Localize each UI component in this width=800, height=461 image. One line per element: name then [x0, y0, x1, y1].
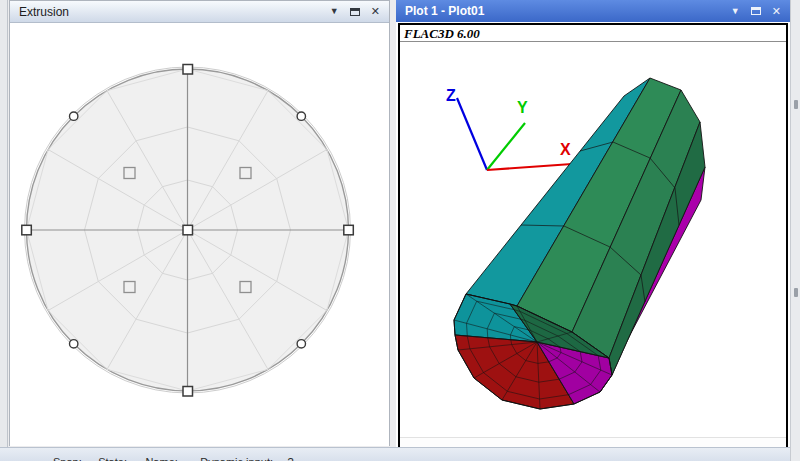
center-control-point: [183, 225, 193, 235]
plot-version-banner: FLAC3D 6.00: [400, 25, 786, 42]
panel-splitter[interactable]: [790, 0, 800, 461]
x-axis-line: [487, 164, 572, 170]
status-state-label: State:: [98, 456, 127, 461]
extrusion-sketch-canvas[interactable]: [10, 23, 389, 446]
close-icon[interactable]: ✕: [772, 7, 781, 16]
plot-panel: Plot 1 - Plot01 ▼ ✕ FLAC3D 6.00 Z Y X: [396, 0, 790, 455]
plot-title: Plot 1 - Plot01: [396, 4, 484, 18]
plot-3d-view[interactable]: Z Y X: [400, 43, 786, 450]
z-axis-line: [457, 98, 487, 170]
status-dynamic-input-label: Dynamic input:: [200, 456, 273, 461]
y-axis-label: Y: [517, 99, 528, 116]
restore-icon[interactable]: [350, 8, 360, 16]
menu-arrow-icon[interactable]: ▼: [731, 7, 740, 16]
extrusion-title: Extrusion: [10, 5, 69, 19]
axes-labels: Z Y X: [446, 87, 571, 158]
y-axis-line: [487, 123, 525, 170]
status-name-label: Name:: [145, 456, 177, 461]
splitter-grip-icon[interactable]: [794, 100, 798, 109]
plot-frame: FLAC3D 6.00 Z Y X: [398, 23, 788, 452]
menu-arrow-icon[interactable]: ▼: [330, 7, 339, 16]
status-help-icon[interactable]: ?: [287, 456, 293, 461]
status-snap-label: Snap:: [53, 456, 82, 461]
cylinder-model: [454, 78, 705, 409]
plot-titlebar[interactable]: Plot 1 - Plot01 ▼ ✕: [396, 0, 790, 22]
extrusion-status-bar: Snap: State: Name: Dynamic input: ?: [0, 447, 790, 461]
close-icon[interactable]: ✕: [371, 7, 380, 16]
z-axis-label: Z: [446, 87, 456, 104]
splitter-grip-icon[interactable]: [794, 288, 798, 297]
extrusion-titlebar[interactable]: Extrusion ▼ ✕: [10, 1, 389, 23]
axes-triad: [457, 98, 572, 170]
x-axis-label: X: [560, 141, 571, 158]
docked-panel-edge[interactable]: [0, 0, 8, 447]
extrusion-panel: Extrusion ▼ ✕: [9, 0, 390, 446]
restore-icon[interactable]: [751, 7, 761, 15]
